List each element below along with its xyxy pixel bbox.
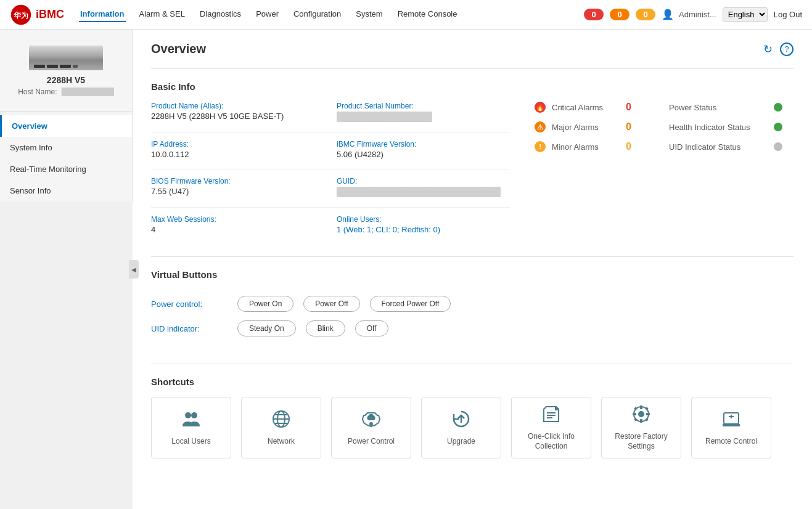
power-control-label: Power control: — [151, 299, 231, 309]
logout-button[interactable]: Log Out — [774, 10, 802, 19]
shortcut-local-users[interactable]: Local Users — [151, 397, 231, 458]
header-divider — [151, 68, 794, 69]
off-button[interactable]: Off — [355, 320, 388, 336]
max-sessions-field: Max Web Sessions: 4 — [151, 215, 324, 234]
forced-power-off-button[interactable]: Forced Power Off — [370, 296, 451, 312]
uid-indicator-label-btn: UID indicator: — [151, 324, 231, 333]
svg-rect-22 — [645, 407, 649, 410]
minor-alarm-badge[interactable]: 0 — [636, 9, 655, 20]
shortcuts-title: Shortcuts — [151, 377, 794, 387]
svg-rect-24 — [645, 418, 649, 421]
nav-item-information[interactable]: Information — [79, 7, 126, 22]
local-users-icon — [181, 409, 201, 431]
user-area: 👤 Administ... — [662, 9, 716, 20]
svg-rect-21 — [634, 407, 638, 410]
major-alarm-count: 0 — [626, 121, 638, 132]
field-divider-1 — [151, 132, 510, 132]
host-name: Host Name: ██████████ — [6, 88, 126, 96]
basic-info-container: Product Name (Alias): 2288H V5 (2288H V5… — [151, 102, 794, 244]
info-row-4: Max Web Sessions: 4 Online Users: 1 (Web… — [151, 215, 510, 234]
minor-alarms-row: ! Minor Alarms 0 UID Indicator Status — [535, 141, 794, 152]
online-users-label: Online Users: — [337, 215, 510, 224]
shortcuts-grid: Local Users Network — [151, 397, 794, 458]
device-name: 2288H V5 — [6, 75, 126, 85]
nav-item-remote-console[interactable]: Remote Console — [396, 7, 459, 22]
network-icon — [271, 409, 291, 431]
svg-point-2 — [185, 412, 191, 418]
sidebar-item-realtime[interactable]: Real-Time Monitoring — [0, 158, 132, 180]
firmware-version-field: iBMC Firmware Version: 5.06 (U4282) — [337, 140, 510, 159]
shortcut-power-control[interactable]: Power Control — [331, 397, 411, 458]
ip-address-label: IP Address: — [151, 140, 324, 149]
sidebar-menu: Overview System Info Real-Time Monitorin… — [0, 115, 132, 202]
power-control-icon — [361, 409, 381, 431]
info-row-3: BIOS Firmware Version: 7.55 (U47) GUID: … — [151, 177, 510, 197]
max-sessions-value: 4 — [151, 225, 324, 234]
critical-alarm-badge[interactable]: 0 — [584, 9, 604, 20]
critical-alarm-count: 0 — [626, 102, 638, 113]
sidebar-item-system-info[interactable]: System Info — [0, 137, 132, 158]
svg-rect-19 — [633, 413, 636, 415]
restore-factory-label: Restore Factory Settings — [602, 432, 681, 451]
critical-alarm-icon: 🔥 — [535, 102, 546, 113]
info-row-1: Product Name (Alias): 2288H V5 (2288H V5… — [151, 102, 510, 122]
help-icon[interactable]: ? — [780, 43, 794, 56]
status-panel: 🔥 Critical Alarms 0 Power Status ⚠ Major… — [535, 102, 794, 244]
shortcut-restore-factory[interactable]: Restore Factory Settings — [601, 397, 681, 458]
nav-item-diagnostics[interactable]: Diagnostics — [199, 7, 242, 22]
main-content: Overview ↻ ? Basic Info Product Name (Al… — [133, 30, 812, 509]
product-name-value: 2288H V5 (2288H V5 10GE BASE-T) — [151, 112, 324, 121]
sidebar: 2288H V5 Host Name: ██████████ Overview … — [0, 30, 133, 202]
blink-button[interactable]: Blink — [306, 320, 345, 336]
uid-indicator-label: UID Indicator Status — [669, 142, 768, 152]
remote-control-label: Remote Control — [705, 437, 757, 447]
nav-item-power[interactable]: Power — [255, 7, 280, 22]
shortcut-info-collection[interactable]: One-Click Info Collection — [511, 397, 591, 458]
shortcut-network[interactable]: Network — [241, 397, 321, 458]
sidebar-divider — [0, 111, 132, 112]
remote-control-icon — [721, 409, 741, 431]
top-navigation: 华为 iBMC Information Alarm & SEL Diagnost… — [0, 0, 812, 30]
refresh-icon[interactable]: ↻ — [763, 43, 773, 56]
sidebar-item-overview[interactable]: Overview — [0, 115, 132, 137]
product-name-label: Product Name (Alias): — [151, 102, 324, 110]
field-divider-2 — [151, 169, 510, 169]
info-collection-label: One-Click Info Collection — [512, 432, 591, 451]
svg-point-16 — [638, 411, 644, 417]
huawei-logo-icon: 华为 — [10, 4, 32, 26]
language-select[interactable]: English 中文 — [723, 7, 768, 22]
host-name-value: ██████████ — [62, 88, 114, 96]
page-title: Overview — [151, 42, 206, 56]
online-users-value[interactable]: 1 (Web: 1; CLI: 0; Redfish: 0) — [337, 225, 510, 234]
upgrade-icon — [451, 409, 471, 431]
uid-indicator-dot — [774, 142, 782, 151]
virtual-buttons-title: Virtual Buttons — [151, 269, 794, 280]
minor-alarm-label: Minor Alarms — [552, 142, 620, 152]
steady-on-button[interactable]: Steady On — [237, 320, 296, 336]
user-icon: 👤 — [662, 9, 674, 20]
power-off-button[interactable]: Power Off — [303, 296, 359, 312]
nav-item-system[interactable]: System — [355, 7, 383, 22]
nav-item-alarm[interactable]: Alarm & SEL — [138, 7, 186, 22]
nav-item-configuration[interactable]: Configuration — [292, 7, 342, 22]
header-actions: ↻ ? — [763, 43, 794, 56]
svg-rect-17 — [640, 405, 642, 409]
power-on-button[interactable]: Power On — [237, 296, 293, 312]
svg-marker-14 — [555, 405, 560, 410]
shortcut-remote-control[interactable]: Remote Control — [691, 397, 771, 458]
svg-rect-23 — [634, 418, 638, 421]
health-indicator-label: Health Indicator Status — [669, 123, 768, 132]
shortcut-upgrade[interactable]: Upgrade — [421, 397, 501, 458]
svg-rect-26 — [723, 424, 740, 426]
info-collection-icon — [541, 404, 561, 426]
sidebar-collapse-button[interactable]: ◀ — [129, 260, 139, 279]
serial-number-field: Product Serial Number: ████████████████ — [337, 102, 510, 122]
bios-version-value: 7.55 (U47) — [151, 187, 324, 196]
nav-right: 0 0 0 👤 Administ... English 中文 Log Out — [584, 7, 802, 22]
sidebar-item-sensor[interactable]: Sensor Info — [0, 180, 132, 202]
major-alarm-badge[interactable]: 0 — [610, 9, 630, 20]
ip-address-value: 10.0.0.112 — [151, 150, 324, 159]
nav-menu: Information Alarm & SEL Diagnostics Powe… — [79, 7, 584, 22]
online-users-field: Online Users: 1 (Web: 1; CLI: 0; Redfish… — [337, 215, 510, 234]
shortcuts-divider — [151, 364, 794, 364]
